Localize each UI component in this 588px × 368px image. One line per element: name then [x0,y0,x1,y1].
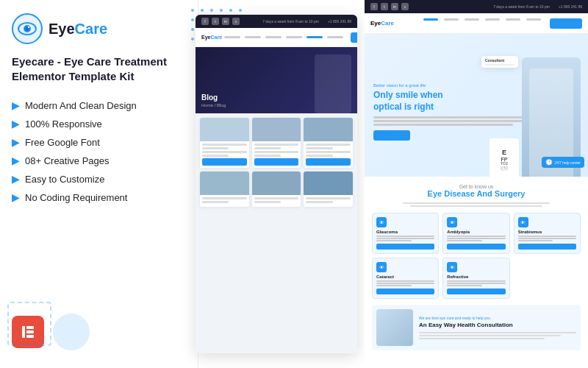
mock-card-img-1 [200,118,249,141]
amblyopia-line-1 [447,236,505,237]
disease-card-amblyopia: 👁 Amblyopia [442,213,509,254]
disease-section-header: Get to know us Eye Disease And Surgery [372,184,581,198]
feature-item-6: ▶ No Coding Requirement [12,188,186,207]
mock-line [202,197,247,199]
chevron-icon-4: ▶ [12,155,19,166]
phone-text: +1 800 241 89 [328,19,351,24]
dashed-decoration [7,302,51,346]
chevron-icon-5: ▶ [12,174,19,185]
strabismus-line-1 [518,236,576,237]
refractive-learn-btn[interactable] [447,289,505,294]
helpline-badge: 🕐 24/7 help center [542,157,584,168]
mock-content-area [196,113,357,211]
mock-card-img-2 [252,118,301,141]
mock-card-body-6 [304,195,353,207]
consult-line-3 [419,338,545,339]
mock-line [254,147,281,149]
glaucoma-line-3 [376,240,412,241]
glaucoma-learn-btn[interactable] [376,244,434,250]
cataract-line-2 [376,283,434,284]
hero-section: Better vision for a great life Only smil… [365,34,588,177]
cataract-line-3 [376,285,412,286]
refractive-icon: 👁 [447,262,457,272]
mock-hero-image [315,54,351,113]
mock-logo: EyeCare [201,35,222,40]
consultation-small-text: We are best eye care and ready to help y… [419,316,576,320]
mock-line [202,155,229,157]
right-nav-blog [506,18,520,21]
instagram-icon: in [222,18,229,25]
right-logo-text: EyeCare [370,20,394,26]
consultant-badge: Consultant [481,56,518,68]
strabismus-line-3 [518,240,553,241]
right-nav-about [444,18,459,21]
mock-line [202,147,229,149]
facebook-icon: f [201,18,209,25]
mock-nav-services [265,36,282,38]
mock-read-btn-2 [254,158,299,166]
disease-desc-line-1 [403,202,550,204]
right-nav-services [465,18,479,21]
glaucoma-line-1 [376,236,434,237]
mock-card-body-1 [200,141,249,168]
mock-line [254,144,299,146]
right-social-bar: f t in li 7 days a week from 8 am to 10 … [365,0,588,13]
amblyopia-icon: 👁 [447,217,457,227]
mock-card-body-2 [252,141,301,168]
refractive-line-2 [447,283,505,284]
mock-nav-contact [327,36,343,38]
strabismus-icon: 👁 [518,217,528,227]
refractive-line-3 [447,285,482,286]
mock-card-img-5 [252,171,301,195]
mock-line [306,144,351,146]
hero-registration-btn[interactable] [373,130,410,141]
mock-card-2 [252,118,301,168]
cataract-line-1 [376,280,434,282]
strabismus-title: Strabismus [518,230,576,234]
feature-item-5: ▶ Easy to Customize [12,170,186,188]
hero-para-2 [373,120,534,122]
consultation-section: We are best eye care and ready to help y… [372,305,581,350]
right-nav-contact [526,18,541,21]
mock-line [254,151,299,153]
middle-mockup-panel: f t in li 7 days a week from 8 am to 10 … [196,15,357,353]
mock-line [306,151,351,153]
left-panel: EyeCare Eyecare - Eye Care Treatment Ele… [0,0,198,368]
mock-line [306,155,332,157]
mock-blog-subtitle: Home / Blog [201,103,226,107]
feature-item-4: ▶ 08+ Creative Pages [12,152,186,170]
refractive-title: Refractive [447,275,505,279]
amblyopia-title: Amblyopia [447,230,505,234]
feature-item-3: ▶ Free Google Font [12,133,186,152]
strabismus-learn-btn[interactable] [518,244,576,250]
mock-line [306,197,351,199]
feature-item-2: ▶ 100% Responsive [12,115,186,133]
chevron-icon-1: ▶ [12,100,19,111]
refractive-line-1 [447,280,505,282]
chevron-icon-3: ▶ [12,137,19,148]
amblyopia-line-2 [447,238,505,239]
right-appointment-btn [550,18,582,29]
mock-appointment-btn [351,32,357,43]
chevron-icon-2: ▶ [12,118,19,130]
strabismus-line-2 [518,238,576,239]
disease-card-refractive: 👁 Refractive [442,258,509,299]
consultation-image [376,309,413,346]
mock-card-3 [304,118,353,168]
eye-chart: E FP TOZ LPED PECFD [490,138,519,177]
logo-icon [12,13,43,44]
glaucoma-line-2 [376,238,434,239]
amblyopia-learn-btn[interactable] [447,244,505,250]
mock-card-img-6 [304,171,353,195]
features-list: ▶ Modern And Clean Design ▶ 100% Respons… [12,96,186,207]
right-in-icon: in [391,3,398,10]
consult-line-2 [419,335,561,336]
right-phone-text: +1 800 241 89 [559,4,582,9]
mock-card-img-3 [304,118,353,141]
mock-nav-about [245,36,261,38]
mock-card-6 [304,171,353,207]
cataract-learn-btn[interactable] [376,289,434,294]
mock-line [202,144,247,146]
svg-point-4 [28,26,29,28]
feature-item-1: ▶ Modern And Clean Design [12,96,186,115]
